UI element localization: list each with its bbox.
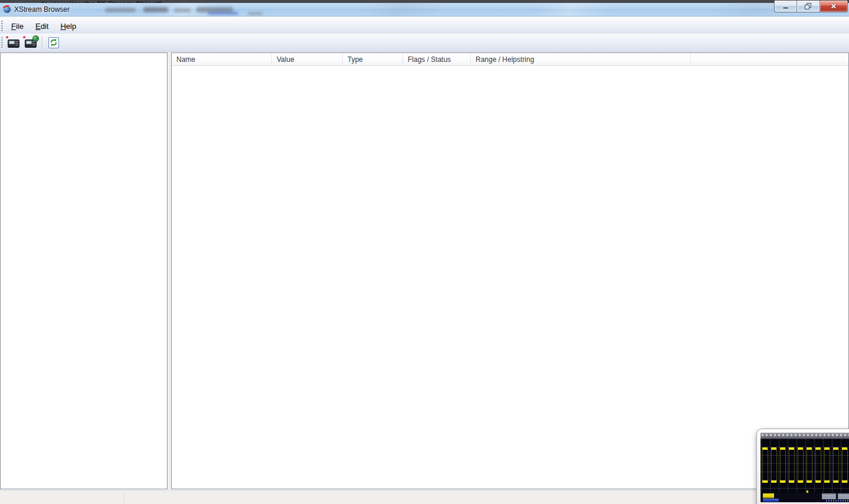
property-list-body[interactable] bbox=[172, 66, 848, 489]
scope-info-strip bbox=[761, 493, 849, 502]
oscilloscope-waveform-high bbox=[762, 447, 849, 450]
oscilloscope-waveform-low bbox=[762, 480, 849, 483]
status-bar bbox=[0, 490, 849, 504]
titlebar-ghost-text bbox=[174, 8, 191, 12]
titlebar-ghost-text bbox=[105, 8, 136, 12]
scope-graticule bbox=[761, 439, 849, 493]
connect-instrument-button[interactable]: * bbox=[6, 35, 22, 50]
menu-help[interactable]: Help bbox=[54, 19, 82, 33]
menubar-grip-handle[interactable] bbox=[1, 21, 3, 31]
trigger-info-chip bbox=[838, 493, 849, 499]
channel-sub-badge bbox=[763, 499, 779, 502]
toolbar-grip-handle[interactable] bbox=[1, 37, 3, 48]
close-button[interactable]: × bbox=[820, 1, 848, 12]
titlebar-ghost-text bbox=[143, 7, 168, 12]
menu-bar: File Edit Help bbox=[0, 18, 849, 34]
oscilloscope-waveform-edges bbox=[762, 449, 849, 483]
scope-status-text-line bbox=[826, 500, 849, 502]
menu-file[interactable]: File bbox=[5, 19, 29, 33]
connect-network-instrument-icon: * bbox=[25, 38, 37, 48]
timebase-info-chip bbox=[822, 493, 836, 499]
column-header-row: Name Value Type Flags / Status Range / H… bbox=[172, 53, 848, 66]
titlebar-ghost-text bbox=[208, 12, 238, 15]
toolbar-separator bbox=[42, 37, 42, 49]
close-icon: × bbox=[831, 2, 836, 11]
restore-button[interactable] bbox=[796, 1, 820, 12]
desktop: to visualize the "X-Stream Object" XStre… bbox=[0, 0, 849, 504]
connect-instrument-icon: * bbox=[8, 38, 20, 48]
device-tree-panel[interactable] bbox=[0, 52, 168, 489]
menu-edit[interactable]: Edit bbox=[29, 19, 54, 33]
restore-icon bbox=[805, 3, 812, 9]
scope-screen bbox=[761, 433, 849, 502]
window-controls: × bbox=[774, 1, 848, 12]
property-list-panel: Name Value Type Flags / Status Range / H… bbox=[171, 52, 849, 489]
minimize-icon bbox=[782, 4, 789, 9]
refresh-button[interactable] bbox=[45, 35, 61, 50]
column-header-filler bbox=[691, 53, 848, 65]
titlebar-ghost-text bbox=[248, 12, 263, 15]
window-title: XStream Browser bbox=[14, 5, 70, 14]
refresh-icon bbox=[48, 37, 59, 48]
column-header-flags-status[interactable]: Flags / Status bbox=[403, 53, 471, 65]
column-header-type[interactable]: Type bbox=[343, 53, 403, 65]
status-bar-divider bbox=[124, 492, 124, 503]
connect-network-instrument-button[interactable]: * bbox=[23, 35, 39, 50]
scope-preview-window[interactable] bbox=[756, 429, 849, 504]
column-header-value[interactable]: Value bbox=[272, 53, 343, 65]
minimize-button[interactable] bbox=[774, 1, 796, 12]
channel-badge bbox=[763, 493, 774, 498]
toolbar: * * bbox=[0, 34, 849, 52]
title-bar[interactable]: XStream Browser bbox=[0, 3, 849, 17]
column-header-range-helpstring[interactable]: Range / Helpstring bbox=[471, 53, 691, 65]
app-icon[interactable] bbox=[2, 5, 11, 14]
column-header-name[interactable]: Name bbox=[172, 53, 272, 65]
scope-menu-strip bbox=[761, 433, 849, 439]
